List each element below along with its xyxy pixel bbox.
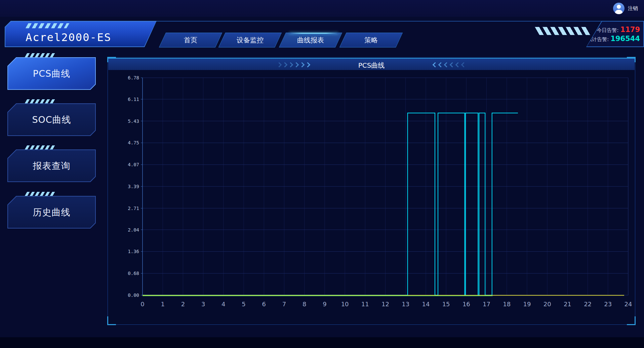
y-axis-label: 5.43	[128, 118, 139, 124]
avatar-head	[617, 5, 621, 9]
nav-tab-label: 策略	[343, 33, 399, 47]
x-axis-label: 8	[303, 301, 306, 308]
y-axis-label: 2.71	[128, 206, 139, 211]
sidebar-item-fill: SOC曲线	[8, 104, 95, 135]
chart-title: PCS曲线	[108, 61, 635, 70]
sidebar-stripes-decoration	[25, 192, 57, 196]
y-axis-label: 3.39	[128, 184, 139, 189]
y-axis-label: 2.04	[128, 227, 139, 233]
user-avatar-icon[interactable]	[613, 3, 625, 14]
pcs-chart-svg: 6.786.115.434.754.073.392.712.041.360.68…	[108, 70, 635, 324]
alarm-total-label: 累计告警:	[587, 36, 609, 43]
x-axis-label: 20	[544, 301, 551, 308]
chart-title-bar: PCS曲线	[108, 58, 635, 70]
chevrons-left-icon	[433, 63, 466, 67]
nav-tab-label: 设备监控	[222, 33, 278, 47]
alarm-today-row: 今日告警: 1179	[597, 26, 640, 34]
x-axis-label: 22	[584, 301, 592, 308]
gridlines	[143, 78, 628, 295]
x-axis-label: 13	[402, 301, 409, 308]
nav-tab-strategy[interactable]: 策略	[339, 33, 403, 47]
x-axis-label: 11	[361, 301, 369, 308]
alarm-summary-panel: 今日告警: 1179 累计告警: 196544	[586, 21, 644, 47]
sidebar-stripes-decoration	[25, 145, 57, 149]
x-axis-label: 6	[262, 301, 266, 308]
app-logo: Acrel2000-ES	[5, 21, 157, 47]
app-title: Acrel2000-ES	[26, 31, 111, 44]
x-axis-label: 19	[523, 301, 531, 308]
sidebar-stripes-decoration	[25, 99, 57, 103]
nav-tab-home[interactable]: 首页	[159, 33, 223, 47]
chart-panel: PCS曲线 6.786.115.434.754.073.392.712.041.…	[108, 57, 635, 325]
y-axis-label: 0.68	[128, 271, 139, 276]
sidebar-stripes-decoration	[25, 53, 57, 57]
x-axis-label: 14	[422, 301, 430, 308]
x-axis-label: 1	[161, 301, 164, 308]
sidebar-item-fill: 历史曲线	[8, 197, 95, 228]
sidebar-item-label: 历史曲线	[33, 206, 71, 218]
avatar-torso	[615, 10, 622, 14]
nav-tab-label: 曲线报表	[283, 33, 338, 47]
series-line-pcs-power-step	[143, 113, 518, 295]
header-divider-line	[151, 21, 644, 22]
user-area: 注销	[613, 0, 638, 17]
x-axis-label: 17	[483, 301, 490, 308]
logo-stripes-decoration	[26, 23, 70, 28]
logout-button[interactable]: 注销	[628, 5, 638, 12]
y-axis-label: 4.07	[128, 162, 139, 167]
y-axis-label: 6.11	[128, 97, 139, 102]
x-axis-label: 9	[323, 301, 326, 308]
x-axis-label: 4	[222, 301, 225, 308]
alarm-total-value: 196544	[610, 35, 640, 43]
alarm-today-label: 今日告警:	[597, 27, 618, 34]
bottom-strip	[0, 337, 644, 348]
top-bar: 注销	[0, 0, 644, 17]
sidebar-item-history-curve[interactable]: 历史曲线	[7, 196, 96, 229]
x-axis-label: 7	[282, 301, 286, 308]
sidebar-item-soc-curve[interactable]: SOC曲线	[7, 103, 96, 136]
y-axis-label: 6.78	[128, 75, 139, 80]
nav-tab-curve-report[interactable]: 曲线报表	[279, 33, 343, 47]
sidebar-item-label: PCS曲线	[33, 68, 70, 80]
x-axis-label: 16	[462, 301, 470, 308]
series-group	[143, 113, 624, 296]
sidebar-item-label: 报表查询	[33, 160, 71, 172]
sidebar-item-fill: PCS曲线	[8, 58, 95, 89]
x-axis-label: 3	[201, 301, 205, 308]
alarm-today-value: 1179	[620, 26, 640, 34]
header-stripes-decoration	[535, 27, 591, 35]
x-axis-label: 18	[503, 301, 511, 308]
alarm-summary-content: 今日告警: 1179 累计告警: 196544	[587, 22, 643, 46]
sidebar-item-report-query[interactable]: 报表查询	[7, 149, 96, 182]
x-axis-label: 12	[381, 301, 389, 308]
x-axis-label: 0	[140, 301, 144, 308]
x-axis-label: 5	[242, 301, 245, 308]
x-axis-label: 10	[341, 301, 349, 308]
x-axis-label: 2	[181, 301, 185, 308]
x-axis-label: 15	[442, 301, 450, 308]
y-axis-label: 0.00	[128, 292, 139, 298]
nav-tab-label: 首页	[163, 33, 218, 47]
y-axis-label: 1.36	[128, 249, 139, 254]
x-axis-label: 23	[604, 301, 612, 308]
sidebar-item-pcs-curve[interactable]: PCS曲线	[7, 57, 96, 90]
x-axis-label: 21	[564, 301, 571, 308]
nav-tab-device-monitor[interactable]: 设备监控	[218, 33, 282, 47]
sidebar-item-label: SOC曲线	[32, 114, 71, 126]
axis-labels: 6.786.115.434.754.073.392.712.041.360.68…	[128, 75, 632, 308]
x-axis-label: 24	[625, 301, 632, 308]
alarm-total-row: 累计告警: 196544	[587, 35, 640, 43]
y-axis-label: 4.75	[128, 140, 139, 145]
sidebar-item-fill: 报表查询	[8, 150, 95, 181]
